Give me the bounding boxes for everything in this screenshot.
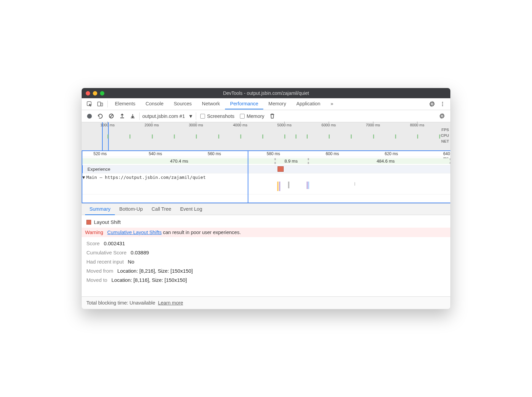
performance-toolbar: output.jsbin.com #1 ▼ Screenshots Memory xyxy=(82,110,450,122)
svg-point-5 xyxy=(442,105,443,106)
experience-track[interactable]: Experience xyxy=(82,165,450,173)
timeline-overview[interactable]: 1000 ms 2000 ms 3000 ms 4000 ms 5000 ms … xyxy=(82,122,450,151)
kebab-menu-icon[interactable] xyxy=(437,100,448,108)
main-track[interactable]: ▼ Main — https://output.jsbin.com/zajami… xyxy=(82,173,450,194)
layout-shift-event[interactable] xyxy=(278,166,284,172)
device-toggle-icon[interactable] xyxy=(95,100,105,108)
tab-call-tree[interactable]: Call Tree xyxy=(147,204,176,215)
frames-track[interactable]: Frames 470.4 ms 8.9 ms 484.6 ms xyxy=(82,157,450,165)
panel-tabs: Elements Console Sources Network Perform… xyxy=(110,99,338,109)
frame-duration: 484.6 ms xyxy=(376,159,394,164)
svg-rect-2 xyxy=(101,103,103,106)
frame-duration: 470.4 ms xyxy=(170,159,188,164)
overview-tick: 4000 ms xyxy=(233,123,247,127)
main-track-label: Main — https://output.jsbin.com/zajamil/… xyxy=(86,175,206,180)
overview-tick: 8000 ms xyxy=(410,123,424,127)
detail-tabs: Summary Bottom-Up Call Tree Event Log xyxy=(82,204,450,215)
trash-button[interactable] xyxy=(267,112,278,120)
devtools-window: DevTools - output.jsbin.com/zajamil/quie… xyxy=(81,88,451,309)
load-profile-button[interactable] xyxy=(117,112,127,120)
tab-performance[interactable]: Performance xyxy=(225,99,263,109)
svg-point-4 xyxy=(442,104,443,105)
svg-point-3 xyxy=(442,102,443,103)
clear-button[interactable] xyxy=(106,112,117,120)
settings-icon[interactable] xyxy=(427,100,437,108)
footer: Total blocking time: Unavailable Learn m… xyxy=(82,296,450,309)
recording-name: output.jsbin.com #1 xyxy=(142,113,185,119)
more-tabs-button[interactable]: » xyxy=(325,99,338,109)
detail-row: Moved fromLocation: [8,216], Size: [150x… xyxy=(86,268,446,274)
record-button[interactable] xyxy=(84,112,95,120)
event-color-swatch xyxy=(86,220,91,225)
svg-rect-1 xyxy=(98,102,101,106)
warning-label: Warning xyxy=(85,230,103,235)
tab-console[interactable]: Console xyxy=(140,99,168,109)
learn-more-link[interactable]: Learn more xyxy=(158,300,183,306)
cls-help-link[interactable]: Cumulative Layout Shifts xyxy=(107,230,162,235)
screenshots-checkbox[interactable]: Screenshots xyxy=(200,113,234,119)
tab-sources[interactable]: Sources xyxy=(169,99,197,109)
warning-row: Warning Cumulative Layout Shifts can res… xyxy=(82,228,450,237)
save-profile-button[interactable] xyxy=(127,112,138,120)
window-title: DevTools - output.jsbin.com/zajamil/quie… xyxy=(82,90,450,96)
tab-memory[interactable]: Memory xyxy=(263,99,291,109)
summary-details: Layout Shift Warning Cumulative Layout S… xyxy=(82,215,450,290)
detail-row: Had recent inputNo xyxy=(86,259,446,265)
tab-summary[interactable]: Summary xyxy=(85,204,115,215)
detail-row: Moved toLocation: [8,116], Size: [150x15… xyxy=(86,277,446,283)
overview-tick: 7000 ms xyxy=(366,123,380,127)
detail-row: Cumulative Score0.03889 xyxy=(86,250,446,255)
tab-network[interactable]: Network xyxy=(197,99,225,109)
frame-duration: 8.9 ms xyxy=(284,159,298,164)
overview-tick: 2000 ms xyxy=(145,123,159,127)
tab-application[interactable]: Application xyxy=(291,99,325,109)
overview-tick: 3000 ms xyxy=(189,123,203,127)
chevron-down-icon: ▼ xyxy=(188,113,193,119)
tab-event-log[interactable]: Event Log xyxy=(176,204,206,215)
inspect-element-icon[interactable] xyxy=(84,100,95,108)
tab-elements[interactable]: Elements xyxy=(110,99,140,109)
recording-selector[interactable]: output.jsbin.com #1 ▼ xyxy=(139,112,196,120)
overview-side-labels: FPS CPU NET xyxy=(441,127,449,144)
memory-checkbox[interactable]: Memory xyxy=(240,113,264,119)
event-title: Layout Shift xyxy=(94,219,121,225)
reload-button[interactable] xyxy=(95,112,106,120)
tbt-label: Total blocking time: xyxy=(86,300,129,306)
tbt-value: Unavailable xyxy=(129,300,155,306)
detail-row: Score0.002431 xyxy=(86,241,446,246)
capture-settings-icon[interactable] xyxy=(436,112,448,120)
titlebar: DevTools - output.jsbin.com/zajamil/quie… xyxy=(82,88,450,98)
tab-bottom-up[interactable]: Bottom-Up xyxy=(115,204,147,215)
collapse-arrow-icon[interactable]: ▼ xyxy=(82,175,85,180)
flame-chart[interactable]: 520 ms 540 ms 560 ms 580 ms 600 ms 620 m… xyxy=(82,151,450,204)
main-toolbar: Elements Console Sources Network Perform… xyxy=(82,98,450,110)
overview-tick: 5000 ms xyxy=(277,123,291,127)
overview-tick: 6000 ms xyxy=(322,123,336,127)
svg-line-7 xyxy=(110,115,113,118)
